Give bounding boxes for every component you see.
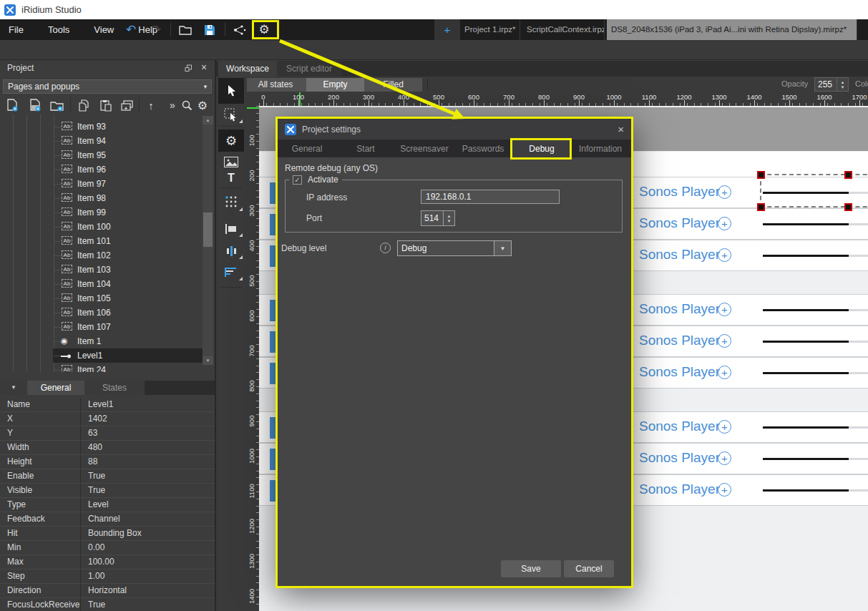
tree-scrollbar[interactable]: ▲ ▼ [203, 116, 213, 365]
copy-icon[interactable] [74, 97, 93, 113]
dialog-tab-passwords[interactable]: Passwords [454, 140, 512, 157]
ip-address-input[interactable]: 192.168.0.1 [421, 190, 560, 204]
image-tool-button[interactable] [218, 154, 244, 170]
property-value[interactable]: Horizontal [81, 584, 127, 597]
level-slider-filled[interactable] [763, 255, 849, 257]
tree-item[interactable]: AbItem 102 [0, 248, 203, 263]
property-row[interactable]: Y63 [0, 426, 215, 441]
tree-item[interactable]: AbItem 93 [0, 119, 203, 134]
level-slider-filled[interactable] [763, 372, 849, 374]
plus-circle-icon[interactable]: + [718, 303, 731, 316]
activate-checkbox[interactable]: ✓ [293, 175, 302, 185]
tree-item[interactable]: AbItem 96 [0, 162, 203, 177]
move-up-icon[interactable]: ↑ [142, 97, 160, 113]
plus-circle-icon[interactable]: + [718, 451, 731, 465]
arrange-tool-button[interactable] [218, 263, 244, 282]
new-tab-button[interactable]: + [434, 19, 460, 40]
level-slider-track[interactable] [849, 255, 868, 257]
tree-item[interactable]: AbItem 95 [0, 148, 203, 162]
tree-item[interactable]: AbItem 100 [0, 220, 203, 234]
align-tool-button[interactable] [218, 220, 244, 238]
tab-script-editor[interactable]: Script editor [277, 61, 341, 77]
property-value[interactable]: True [81, 484, 105, 497]
property-row[interactable]: Step1.00 [0, 570, 215, 584]
property-value[interactable]: True [81, 598, 105, 611]
spinner-arrows[interactable]: ▲▼ [837, 77, 849, 92]
level-slider-filled[interactable] [763, 458, 849, 460]
all-states-button[interactable]: All states [245, 78, 306, 92]
tree-item[interactable]: AbItem 107 [0, 320, 203, 334]
doc-tab[interactable]: ScriptCallContext.irpz* [522, 19, 605, 40]
plus-circle-icon[interactable]: + [718, 334, 731, 348]
property-row[interactable]: FocusLockReceiveTrue [0, 598, 215, 611]
tree-item[interactable]: AbItem 103 [0, 263, 203, 277]
empty-state-button[interactable]: Empty [306, 78, 364, 92]
dialog-tab-start[interactable]: Start [336, 140, 395, 157]
add-page-icon[interactable] [3, 97, 21, 113]
property-row[interactable]: Height88 [0, 455, 215, 469]
select-tool-button[interactable] [218, 78, 244, 104]
level-slider-track[interactable] [849, 458, 868, 460]
property-value[interactable]: 88 [81, 455, 97, 469]
marquee-select-tool-button[interactable] [218, 105, 244, 124]
filled-state-button[interactable]: Filled [364, 78, 422, 92]
level-slider-track[interactable] [849, 309, 868, 311]
level-slider-track[interactable] [849, 223, 868, 225]
property-row[interactable]: VisibleTrue [0, 484, 215, 498]
text-tool-button[interactable]: T [218, 170, 244, 185]
property-value[interactable]: Level [81, 498, 109, 512]
plus-circle-icon[interactable]: + [718, 483, 731, 497]
level-slider-filled[interactable] [763, 426, 849, 429]
plus-circle-icon[interactable]: + [718, 185, 731, 199]
property-value[interactable]: 63 [81, 426, 97, 440]
scrollbar-thumb[interactable] [203, 212, 213, 247]
tree-item[interactable]: AbItem 104 [0, 277, 203, 291]
paste-icon[interactable] [97, 97, 115, 113]
cancel-button[interactable]: Cancel [564, 560, 614, 577]
tree-item[interactable]: AbItem 98 [0, 191, 203, 205]
selection-handle[interactable] [757, 203, 765, 211]
doc-tab[interactable]: DS8_2048x1536 (iPad 3, iPad Ai...ini wit… [607, 19, 857, 40]
grid-tool-button[interactable] [218, 191, 244, 212]
property-value[interactable]: Level1 [81, 398, 113, 411]
dialog-titlebar[interactable]: Project settings × [278, 119, 631, 140]
property-row[interactable]: HitBounding Box [0, 527, 215, 541]
doc-tab[interactable]: Project 1.irpz* [460, 19, 520, 40]
property-value[interactable]: 1.00 [81, 570, 104, 583]
level-slider-filled[interactable] [763, 223, 849, 225]
scroll-up-icon[interactable]: ▲ [203, 116, 213, 124]
level-slider-filled[interactable] [763, 341, 849, 343]
tree-item[interactable]: AbItem 101 [0, 234, 203, 248]
pages-popups-selector[interactable]: Pages and popups ▼ [3, 79, 212, 94]
level-slider-track[interactable] [849, 341, 868, 343]
level-slider-filled[interactable] [763, 309, 849, 311]
property-value[interactable]: True [81, 469, 105, 483]
dialog-close-icon[interactable]: × [618, 123, 624, 135]
property-row[interactable]: Max100.00 [0, 555, 215, 570]
property-value[interactable]: 0.00 [81, 541, 104, 554]
property-row[interactable]: TypeLevel [0, 498, 215, 512]
add-popup-icon[interactable] [26, 97, 44, 113]
gallery-gear-tool-button[interactable]: ⚙ [218, 129, 244, 152]
duplicate-icon[interactable] [117, 97, 136, 113]
selection-handle[interactable] [844, 203, 852, 211]
property-value[interactable]: Bounding Box [81, 527, 142, 540]
tab-general[interactable]: General [27, 381, 84, 395]
scroll-down-icon[interactable]: ▼ [203, 356, 213, 365]
selection-handle[interactable] [844, 171, 852, 179]
plus-circle-icon[interactable]: + [718, 248, 731, 262]
property-row[interactable]: EnableTrue [0, 469, 215, 484]
tab-states[interactable]: States [84, 381, 145, 395]
tree-item[interactable]: ◉Item 1 [0, 334, 203, 348]
port-spinner[interactable]: 514 ▲▼ [421, 210, 455, 226]
plus-circle-icon[interactable]: + [718, 420, 731, 434]
dialog-tab-debug[interactable]: Debug [512, 140, 571, 157]
collapse-chevron-icon[interactable]: ▼ [0, 381, 27, 395]
level-slider-track[interactable] [849, 489, 868, 492]
property-row[interactable]: NameLevel1 [0, 398, 215, 412]
tree-settings-gear-icon[interactable]: ⚙ [193, 97, 212, 113]
dialog-tab-screensaver[interactable]: Screensaver [395, 140, 454, 157]
save-button[interactable]: Save [501, 560, 561, 577]
tree-item[interactable]: AbItem 106 [0, 306, 203, 320]
property-value[interactable]: 1402 [81, 412, 107, 426]
